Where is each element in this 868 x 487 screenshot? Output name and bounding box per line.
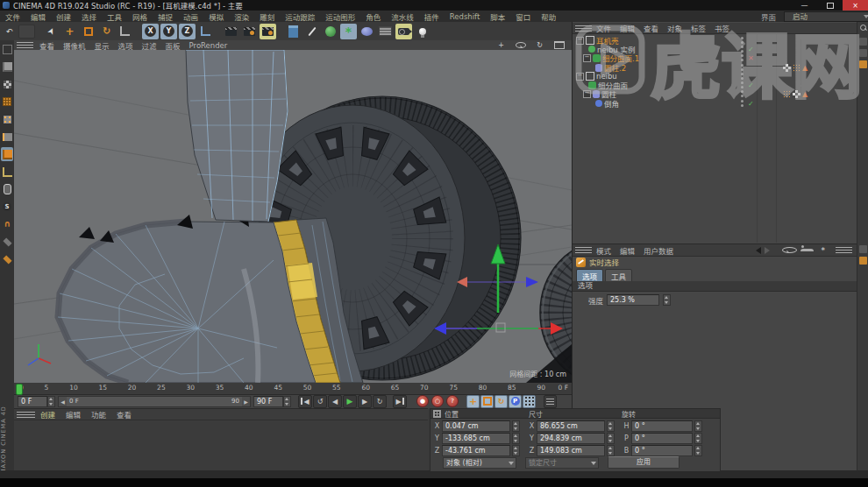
keyframe-selection-button[interactable]: ?: [446, 395, 459, 407]
stepper-control[interactable]: [694, 433, 702, 444]
expand-toggle[interactable]: −: [576, 37, 584, 45]
goto-start-button[interactable]: ◀: [298, 395, 312, 408]
gear-icon[interactable]: *: [817, 247, 829, 254]
om-menu-item[interactable]: 文件: [592, 23, 615, 33]
material-menu-item[interactable]: 创建: [35, 409, 60, 420]
zoom-view-icon[interactable]: [512, 41, 529, 49]
viewport-solo-button[interactable]: [1, 182, 13, 196]
last-tool-button[interactable]: [117, 24, 133, 39]
menubar-item[interactable]: 渲染: [229, 11, 254, 22]
point-selection-tag-icon[interactable]: [783, 90, 791, 98]
generators-button[interactable]: [322, 24, 338, 39]
snap-toggle-button[interactable]: S: [1, 200, 13, 214]
expand-toggle[interactable]: −: [576, 73, 584, 81]
viewport-menu-item[interactable]: 查看: [35, 40, 59, 51]
position-z-input[interactable]: -43.761 cm: [442, 445, 510, 456]
history-back-icon[interactable]: [747, 247, 761, 254]
lock-x-button[interactable]: X: [142, 24, 159, 39]
menubar-item[interactable]: 工具: [102, 11, 127, 22]
menubar-item[interactable]: 网格: [127, 11, 153, 22]
size-y-input[interactable]: 294.839 cm: [537, 433, 605, 444]
key-scale-toggle[interactable]: [480, 395, 494, 408]
menubar-item[interactable]: 运动图形: [320, 11, 360, 22]
menubar-item[interactable]: 创建: [51, 11, 76, 22]
menubar-item[interactable]: 模拟: [203, 11, 229, 22]
menubar-item[interactable]: 脚本: [485, 11, 510, 22]
om-menu-item[interactable]: 编辑: [615, 23, 639, 33]
material-menu-item[interactable]: 功能: [86, 409, 111, 420]
phong-tag-icon[interactable]: ▲: [802, 90, 808, 98]
magnet-snap-button[interactable]: ∪: [1, 217, 13, 231]
enabled-check-icon[interactable]: ✓: [748, 100, 754, 108]
stepper-control[interactable]: [607, 445, 615, 456]
pan-view-icon[interactable]: +: [493, 41, 509, 49]
points-mode-button[interactable]: [1, 112, 13, 126]
enabled-check-icon[interactable]: ✓: [748, 81, 754, 89]
toggle-view-icon[interactable]: [551, 41, 567, 49]
stepper-control[interactable]: [512, 445, 520, 456]
viewport-menu-item[interactable]: 显示: [90, 40, 114, 51]
coordinate-system-button[interactable]: [197, 24, 214, 39]
size-x-input[interactable]: 86.655 cm: [537, 420, 605, 432]
menubar-item[interactable]: 帮助: [536, 11, 561, 22]
move-tool-button[interactable]: +: [61, 24, 78, 39]
primitives-button[interactable]: [285, 24, 302, 39]
menubar-item[interactable]: 文件: [0, 11, 25, 22]
light-button[interactable]: [414, 24, 430, 39]
menubar-item[interactable]: 插件: [419, 11, 445, 22]
object-name[interactable]: 倒角: [604, 98, 619, 109]
camera-button[interactable]: [395, 24, 412, 39]
viewport-menu-item[interactable]: ProRender: [185, 41, 232, 50]
prev-frame-button[interactable]: ◀: [328, 395, 342, 408]
am-menu-item[interactable]: 用户数据: [639, 245, 678, 256]
maximize-button[interactable]: [817, 0, 843, 11]
disabled-cross-icon[interactable]: ✕: [748, 54, 754, 62]
texture-mode-button[interactable]: [1, 77, 13, 91]
panel-menu-icon[interactable]: [17, 42, 33, 48]
record-keyframe-button[interactable]: ●: [416, 395, 429, 407]
table-row[interactable]: 倒角 ✓: [574, 99, 855, 108]
user-icon[interactable]: [800, 249, 814, 251]
search-icon[interactable]: [782, 247, 797, 253]
stepper-control[interactable]: [607, 433, 615, 444]
stepper-control[interactable]: [512, 433, 520, 444]
render-settings-button[interactable]: [260, 24, 276, 39]
position-y-input[interactable]: -133.685 cm: [442, 433, 510, 444]
current-frame-input[interactable]: 0 F: [18, 396, 47, 407]
volume-button[interactable]: [359, 24, 375, 39]
live-selection-button[interactable]: ➤: [43, 24, 60, 39]
autokey-button[interactable]: ○: [431, 395, 444, 407]
render-picture-viewer-button[interactable]: [241, 24, 258, 39]
end-frame-input[interactable]: 90 F: [253, 396, 283, 407]
cycle-button[interactable]: ↻: [373, 395, 387, 408]
menubar-item[interactable]: 选择: [76, 11, 102, 22]
om-menu-item[interactable]: 书签: [710, 23, 734, 33]
stepper-control[interactable]: [47, 396, 55, 407]
viewport-menu-item[interactable]: 过滤: [138, 40, 161, 51]
undo-button[interactable]: ↶: [1, 24, 18, 39]
menubar-item[interactable]: 编辑: [25, 11, 51, 22]
spline-pen-button[interactable]: [303, 24, 320, 39]
play-button[interactable]: ▶: [343, 395, 357, 408]
lock-y-button[interactable]: Y: [160, 24, 177, 39]
menubar-item[interactable]: 流水线: [386, 11, 419, 22]
menubar-item[interactable]: 窗口: [510, 11, 536, 22]
close-button[interactable]: ×: [843, 0, 868, 11]
dock-tab[interactable]: [859, 60, 867, 68]
menubar-item[interactable]: Redshift: [445, 12, 486, 21]
goto-end-button[interactable]: ▶: [393, 395, 407, 408]
key-parameter-toggle[interactable]: P: [509, 395, 522, 408]
timeline-scrollbar[interactable]: ◀ 0 F 90 ▶: [58, 396, 251, 407]
material-menu-icon[interactable]: [17, 412, 35, 418]
om-menu-item[interactable]: 标签: [687, 23, 710, 33]
viewport-menu-item[interactable]: 面板: [161, 40, 185, 51]
dock-tab[interactable]: [859, 257, 867, 265]
active-tool-row[interactable]: 实时选择: [576, 257, 619, 267]
key-rotation-toggle[interactable]: ↻: [494, 395, 508, 408]
mograph-button[interactable]: *: [340, 24, 357, 39]
lock-size-dropdown[interactable]: 锁定尺寸: [525, 457, 599, 469]
dock-tab[interactable]: [859, 38, 867, 46]
stepper-control[interactable]: [663, 294, 671, 306]
stepper-control[interactable]: [607, 420, 615, 432]
stepper-control[interactable]: [694, 420, 702, 432]
